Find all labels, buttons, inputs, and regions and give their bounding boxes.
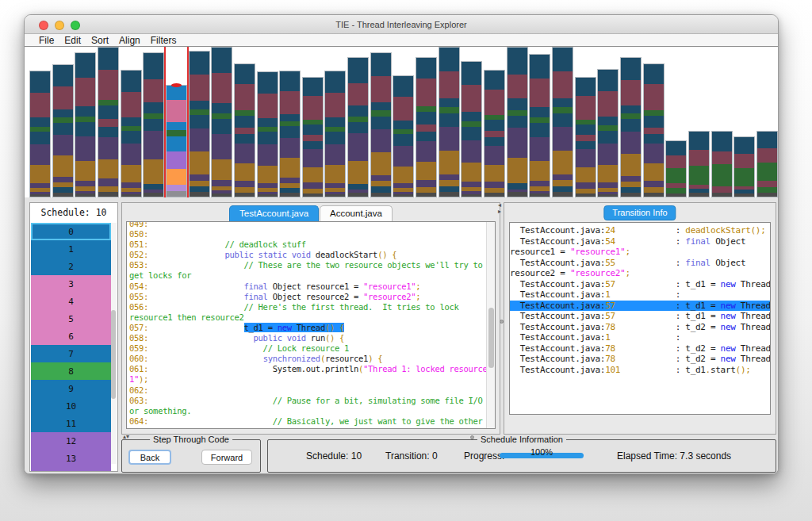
chart-bar-5[interactable]	[143, 52, 164, 197]
chart-bar-22[interactable]	[529, 54, 550, 197]
code-span	[615, 279, 676, 289]
bar-segment	[530, 123, 550, 137]
chart-bar-6[interactable]	[166, 85, 187, 197]
bar-segment	[644, 187, 664, 193]
code-span	[615, 258, 676, 268]
chart-bar-16[interactable]	[393, 75, 414, 197]
sidebar-item-10[interactable]: 10	[31, 397, 111, 415]
bar-segment	[439, 180, 459, 186]
sidebar-item-4[interactable]: 4	[31, 293, 111, 310]
sidebar-item-6[interactable]: 6	[31, 328, 111, 345]
menu-item-filters[interactable]: Filters	[151, 35, 177, 46]
code-span: final	[685, 236, 710, 247]
chart-bar-17[interactable]	[416, 57, 437, 197]
bar-segment	[371, 102, 391, 111]
chart-bar-32[interactable]	[756, 131, 778, 197]
chart-bar-26[interactable]	[620, 57, 642, 197]
sidebar-item-1[interactable]: 1	[31, 240, 111, 258]
sidebar-vscroll-thumb[interactable]	[111, 310, 116, 399]
transition-row[interactable]: TestAccount.java:101 : t_d1.start();	[510, 365, 770, 376]
transition-row[interactable]: TestAccount.java:1 :	[510, 332, 770, 343]
transition-row[interactable]: TestAccount.java:57 : t_d1 = new Thread(…	[510, 279, 770, 290]
code-vertical-scrollbar[interactable]	[486, 222, 495, 428]
sidebar-item-7[interactable]: 7	[31, 345, 111, 362]
chart-bar-12[interactable]	[302, 77, 324, 197]
transition-row[interactable]: TestAccount.java:78 : t_d2 = new Thread(…	[510, 322, 770, 333]
code-span: 053:	[129, 260, 148, 270]
sidebar-item-8[interactable]: 8	[31, 362, 111, 380]
sidebar-item-5[interactable]: 5	[31, 310, 111, 328]
chart-bar-27[interactable]	[643, 63, 665, 197]
bar-segment	[644, 116, 664, 128]
code-content[interactable]: 049:050:051: // deadlock stuff052: publi…	[129, 221, 485, 427]
chart-bar-7[interactable]	[189, 51, 210, 197]
forward-button[interactable]: Forward	[201, 450, 252, 465]
chart-bar-31[interactable]	[733, 136, 755, 197]
chart-bar-1[interactable]	[52, 64, 74, 197]
chart-bar-9[interactable]	[234, 63, 255, 197]
sidebar-item-11[interactable]: 11	[31, 415, 111, 432]
transition-row[interactable]: TestAccount.java:78 : t_d2 = new Thread(…	[510, 343, 770, 354]
code-line: 054: final Object resource1 = "resource1…	[129, 282, 485, 292]
sidebar-item-14[interactable]: 14	[31, 467, 111, 472]
title-bar[interactable]: TIE - Thread Interleaving Explorer	[25, 15, 778, 34]
code-vscroll-thumb[interactable]	[488, 308, 494, 368]
sidebar-item-9[interactable]: 9	[31, 380, 111, 397]
transition-row[interactable]: TestAccount.java:54 : final Object	[510, 236, 770, 247]
menu-item-align[interactable]: Align	[119, 35, 140, 46]
bar-segment	[621, 80, 641, 105]
chart-bar-20[interactable]	[484, 70, 505, 197]
menu-item-file[interactable]: File	[39, 35, 54, 46]
tab-account-java[interactable]: Account.java	[320, 205, 393, 221]
transition-row[interactable]: TestAccount.java:55 : final Object	[510, 258, 770, 269]
transition-row[interactable]: resource2 = "resource2";	[510, 268, 770, 279]
chart-bar-28[interactable]	[665, 140, 687, 197]
chart-bar-3[interactable]	[98, 47, 119, 197]
back-button[interactable]: Back	[128, 450, 171, 465]
bar-segment	[235, 187, 255, 193]
sidebar-item-0[interactable]: 0	[31, 223, 111, 240]
bar-segment	[439, 192, 459, 197]
chart-bar-19[interactable]	[461, 61, 482, 197]
chart-bar-10[interactable]	[257, 71, 278, 197]
menu-item-sort[interactable]: Sort	[91, 35, 109, 46]
transition-info-tab[interactable]: Transition Info	[603, 205, 676, 220]
transition-row[interactable]: TestAccount.java:57 : t_d1 = new Thread(…	[510, 301, 770, 312]
bar-segment	[416, 106, 436, 112]
chart-bar-4[interactable]	[121, 70, 142, 197]
schedule-bars-chart[interactable]	[25, 47, 778, 197]
transition-list[interactable]: TestAccount.java:24 : deadlockStart(); T…	[509, 222, 771, 415]
chart-bar-2[interactable]	[75, 52, 96, 197]
chart-bar-8[interactable]	[211, 47, 232, 197]
tab-testaccount-java[interactable]: TestAccount.java	[229, 205, 319, 221]
transition-row[interactable]: resource1 = "resource1";	[510, 247, 770, 258]
transition-row[interactable]: TestAccount.java:1 :	[510, 289, 770, 301]
chart-bar-18[interactable]	[439, 47, 460, 197]
chart-bar-23[interactable]	[552, 47, 573, 197]
transition-row[interactable]: TestAccount.java:57 : t_d1 = new Thread(…	[510, 311, 770, 322]
menu-item-edit[interactable]: Edit	[64, 35, 81, 46]
chart-bar-24[interactable]	[575, 77, 596, 197]
splitter-collapse-left-icon[interactable]: ◂▸	[498, 202, 501, 215]
chart-bar-25[interactable]	[597, 69, 619, 197]
chart-bar-21[interactable]	[507, 47, 528, 197]
sidebar-item-3[interactable]: 3	[31, 275, 111, 293]
bar-segment	[393, 134, 413, 146]
zoom-window-icon[interactable]	[71, 21, 80, 30]
sidebar-item-13[interactable]: 13	[31, 450, 111, 467]
chart-bar-13[interactable]	[324, 71, 346, 197]
transition-row[interactable]: TestAccount.java:24 : deadlockStart();	[510, 225, 770, 236]
chart-bar-15[interactable]	[370, 52, 392, 197]
chart-bar-11[interactable]	[279, 71, 301, 197]
chart-bar-30[interactable]	[711, 131, 733, 197]
minimize-window-icon[interactable]	[55, 21, 64, 30]
bar-segment	[598, 144, 618, 165]
close-window-icon[interactable]	[39, 21, 48, 30]
transition-row[interactable]: TestAccount.java:78 : t_d2 = new Thread(…	[510, 354, 770, 365]
chart-bar-14[interactable]	[347, 57, 369, 197]
code-span: :	[676, 289, 680, 300]
sidebar-item-2[interactable]: 2	[31, 258, 111, 275]
chart-bar-29[interactable]	[688, 131, 710, 197]
chart-bar-0[interactable]	[29, 71, 51, 197]
sidebar-item-12[interactable]: 12	[31, 432, 111, 450]
